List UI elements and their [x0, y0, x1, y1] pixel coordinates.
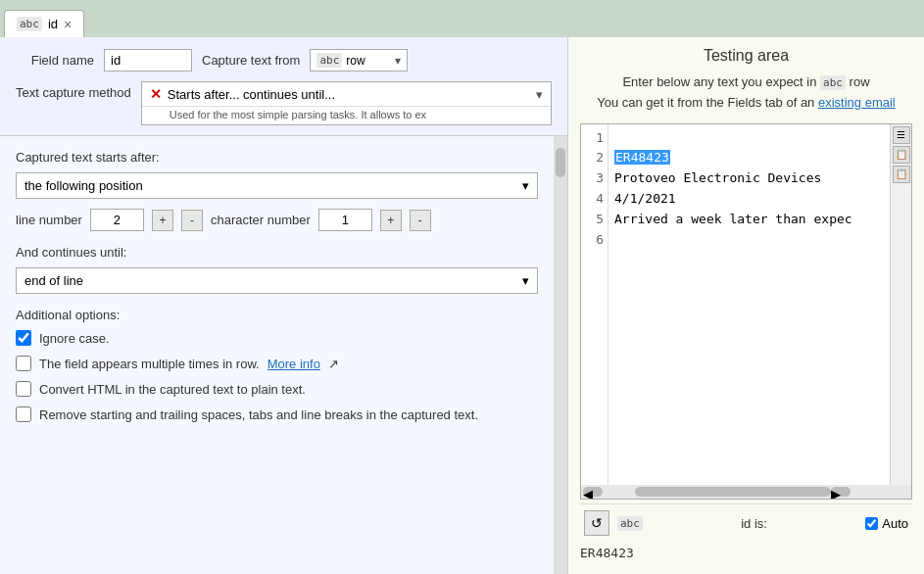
tab-bar: abc id × — [0, 0, 924, 37]
main-content: Field name Capture text from abc row ▾ T… — [0, 37, 924, 574]
tab-id[interactable]: abc id × — [4, 10, 84, 37]
capture-from-arrow-icon: ▾ — [395, 54, 401, 68]
remove-spaces-option: Remove starting and trailing spaces, tab… — [16, 407, 538, 422]
external-link-icon: ↗ — [328, 357, 339, 371]
text-area-copy-button[interactable]: ☰ — [893, 126, 910, 144]
ignore-case-checkbox[interactable] — [16, 330, 31, 346]
tab-label: id — [48, 17, 58, 31]
field-name-label: Field name — [16, 53, 94, 68]
char-number-label: character number — [211, 213, 311, 227]
auto-checkbox-row: Auto — [865, 516, 908, 531]
multiple-times-option: The field appears multiple times in row.… — [16, 356, 538, 371]
line-num-6: 6 — [581, 230, 608, 251]
char-number-input[interactable] — [318, 209, 372, 231]
method-arrow-icon: ▾ — [536, 87, 543, 102]
starts-after-title: Captured text starts after: — [16, 150, 538, 165]
h-scroll-thumb — [635, 487, 831, 497]
convert-html-checkbox[interactable] — [16, 381, 31, 397]
method-dropdown-top: ✕ Starts after... continues until... ▾ — [142, 82, 551, 107]
more-info-link[interactable]: More info — [267, 357, 320, 371]
ignore-case-label: Ignore case. — [39, 331, 110, 346]
additional-options-section: Additional options: Ignore case. The fie… — [16, 308, 538, 422]
convert-html-option: Convert HTML in the captured text to pla… — [16, 381, 538, 397]
ignore-case-option: Ignore case. — [16, 330, 538, 346]
right-panel: Testing area Enter below any text you ex… — [568, 37, 924, 574]
multiple-times-label: The field appears multiple times in row. — [39, 357, 260, 371]
end-of-line-value: end of line — [24, 273, 83, 288]
line-number-label: line number — [16, 213, 82, 227]
text-area-clear-button[interactable]: 📋 — [893, 166, 910, 183]
auto-checkbox[interactable] — [865, 517, 878, 530]
field-name-row: Field name Capture text from abc row ▾ — [16, 49, 552, 72]
char-number-decrement-button[interactable]: - — [410, 210, 431, 231]
capture-abc-icon: abc — [316, 53, 342, 68]
line-num-2: 2 — [581, 148, 608, 168]
end-of-line-arrow-icon: ▾ — [522, 273, 529, 288]
capture-from-value: row — [346, 54, 365, 68]
h-scroll-left-arrow: ◀ — [583, 487, 603, 497]
remove-spaces-label: Remove starting and trailing spaces, tab… — [39, 407, 478, 422]
text-area-horizontal-scrollbar[interactable]: ◀ ▶ — [581, 485, 911, 499]
left-panel: Field name Capture text from abc row ▾ T… — [0, 37, 568, 574]
position-dropdown-arrow-icon: ▾ — [522, 178, 529, 193]
line-number-increment-button[interactable]: + — [152, 210, 173, 231]
remove-spaces-checkbox[interactable] — [16, 407, 31, 422]
additional-options-title: Additional options: — [16, 308, 538, 322]
text-capture-method-label: Text capture method — [16, 81, 131, 100]
desc-abc-icon: abc — [820, 75, 846, 90]
method-x-icon: ✕ — [150, 86, 162, 102]
char-number-increment-button[interactable]: + — [380, 210, 402, 231]
line-numbers: 1 2 3 4 5 6 — [581, 124, 608, 485]
h-scroll-right-arrow: ▶ — [831, 487, 851, 497]
line-char-row: line number + - character number + - — [16, 209, 538, 231]
desc-line1: Enter below any text you expect in — [622, 74, 816, 89]
text-line-4: 4/1/2021 — [614, 189, 884, 210]
line-num-3: 3 — [581, 168, 608, 189]
testing-area-description: Enter below any text you expect in abc r… — [580, 72, 912, 114]
method-row: Text capture method ✕ Starts after... co… — [16, 81, 552, 125]
left-scrollbar[interactable] — [554, 136, 567, 574]
result-field-label: id is: — [651, 516, 857, 531]
line-num-1: 1 — [581, 128, 608, 149]
continues-until-title: And continues until: — [16, 245, 538, 260]
left-scroll-thumb — [556, 148, 565, 177]
convert-html-label: Convert HTML in the captured text to pla… — [39, 382, 306, 397]
desc-row: row — [850, 74, 870, 89]
capture-from-label: Capture text from — [202, 53, 300, 68]
testing-area-title: Testing area — [580, 47, 912, 65]
result-bar: ↺ abc id is: Auto — [580, 503, 912, 542]
text-area-inner: 1 2 3 4 5 6 ER48423 Protoveo Electronic … — [581, 124, 911, 485]
position-dropdown[interactable]: the following position ▾ — [16, 172, 538, 199]
app-container: abc id × Field name Capture text from ab… — [0, 0, 924, 574]
multiple-times-checkbox[interactable] — [16, 356, 31, 371]
tab-close-button[interactable]: × — [64, 18, 72, 31]
capture-from-dropdown[interactable]: abc row ▾ — [310, 49, 408, 72]
text-line-3: Protoveo Electronic Devices — [614, 168, 884, 189]
refresh-button[interactable]: ↺ — [584, 510, 609, 536]
continues-until-section: And continues until: end of line ▾ — [16, 245, 538, 294]
text-line-2: ER48423 — [614, 148, 884, 168]
result-abc-icon: abc — [617, 516, 643, 531]
text-content: ER48423 Protoveo Electronic Devices 4/1/… — [608, 124, 890, 485]
line-num-5: 5 — [581, 210, 608, 230]
tab-abc-icon: abc — [17, 17, 42, 31]
method-title: Starts after... continues until... — [168, 87, 335, 102]
text-area-sidebar: ☰ 📋 📋 — [890, 124, 911, 485]
text-line-6 — [614, 230, 884, 251]
left-top-config: Field name Capture text from abc row ▾ T… — [0, 37, 567, 136]
existing-email-link[interactable]: existing email — [818, 95, 896, 110]
auto-label: Auto — [882, 516, 908, 531]
position-dropdown-value: the following position — [24, 178, 143, 193]
line-num-4: 4 — [581, 189, 608, 210]
text-capture-method-dropdown[interactable]: ✕ Starts after... continues until... ▾ U… — [141, 81, 552, 125]
desc-line2: You can get it from the Fields tab of an — [597, 95, 814, 110]
end-of-line-dropdown[interactable]: end of line ▾ — [16, 267, 538, 294]
line-number-input[interactable] — [90, 209, 144, 231]
result-value: ER48423 — [580, 542, 912, 564]
field-name-input[interactable] — [104, 49, 192, 72]
highlighted-text: ER48423 — [614, 150, 670, 165]
testing-text-area[interactable]: 1 2 3 4 5 6 ER48423 Protoveo Electronic … — [580, 123, 912, 500]
method-description: Used for the most simple parsing tasks. … — [142, 107, 551, 124]
line-number-decrement-button[interactable]: - — [181, 210, 203, 231]
text-area-paste-button[interactable]: 📋 — [893, 146, 910, 164]
